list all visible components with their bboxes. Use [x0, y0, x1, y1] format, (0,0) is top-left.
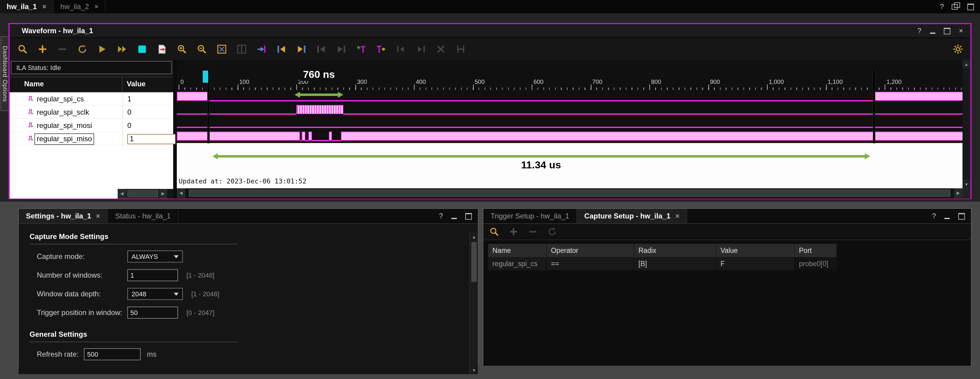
run-trigger-icon[interactable]	[95, 42, 109, 56]
capture-header-cell[interactable]: Operator	[547, 244, 634, 257]
signal-name[interactable]: regular_spi_miso	[34, 133, 94, 145]
scroll-thumb[interactable]	[127, 190, 158, 197]
scroll-thumb[interactable]	[471, 242, 477, 282]
go-to-end-icon[interactable]	[294, 42, 308, 56]
wave-lane[interactable]	[177, 130, 963, 143]
close-icon[interactable]: ×	[675, 212, 679, 220]
signal-value[interactable]	[123, 132, 176, 145]
float-window-icon[interactable]	[951, 4, 958, 10]
scroll-left-icon[interactable]: ◀	[118, 189, 126, 199]
window-data-depth-select[interactable]: 2048	[127, 288, 183, 300]
signal-value-editor[interactable]	[127, 134, 176, 144]
trigger-marker[interactable]	[203, 71, 208, 83]
stop-trigger-icon[interactable]	[135, 42, 148, 56]
zoom-in-icon[interactable]	[175, 42, 188, 56]
help-icon[interactable]: ?	[932, 212, 936, 220]
capture-table-row[interactable]: regular_spi_cs==[B]Fprobe0[0]	[488, 257, 971, 271]
signal-value[interactable]: 0	[123, 106, 173, 119]
name-column-header[interactable]: Name	[10, 77, 123, 92]
capture-header-cell[interactable]: Port	[795, 244, 837, 257]
scroll-down-icon[interactable]: ▼	[470, 366, 478, 374]
scroll-spacer	[10, 189, 118, 199]
waveform-canvas[interactable]: 01002003004005006007008009001,0001,1001,…	[177, 60, 963, 199]
trigger-position-input[interactable]	[127, 307, 178, 318]
add-probes-icon[interactable]	[36, 42, 49, 56]
refresh-rate-input[interactable]	[84, 348, 141, 360]
signal-name[interactable]: regular_spi_cs	[37, 92, 84, 106]
wave-segment	[332, 140, 341, 141]
close-icon[interactable]: ×	[959, 27, 963, 35]
capture-header-cell[interactable]: Radix	[634, 244, 716, 257]
tab-capture-setup[interactable]: Capture Setup - hw_ila_1 ×	[577, 209, 687, 223]
maximize-icon[interactable]	[944, 27, 950, 34]
settings-panel-tabs: Settings - hw_ila_1 × Status - hw_ila_1 …	[19, 209, 478, 224]
scroll-track[interactable]	[126, 189, 159, 199]
go-to-trigger-icon[interactable]	[255, 42, 268, 56]
run-trigger-fast-icon[interactable]	[115, 42, 129, 56]
canvas-vscrollbar: ▲ ▼	[963, 60, 970, 199]
number-of-windows-input[interactable]	[127, 269, 178, 281]
wave-lane[interactable]	[177, 103, 963, 116]
close-icon[interactable]: ×	[42, 2, 46, 11]
time-ruler[interactable]: 01002003004005006007008009001,0001,1001,…	[177, 60, 963, 90]
signal-row[interactable]: regular_spi_mosi 0	[10, 119, 173, 132]
signal-row[interactable]: regular_spi_sclk 0	[10, 106, 173, 119]
help-icon[interactable]: ?	[940, 2, 944, 11]
signal-row[interactable]: regular_spi_miso	[10, 132, 173, 145]
run-trigger-immediate-icon[interactable]	[75, 42, 89, 56]
wave-segment	[177, 113, 296, 115]
waveform-window-title[interactable]: Waveform - hw_ila_1 ? ×	[10, 24, 970, 38]
scroll-right-icon[interactable]: ▶	[159, 189, 167, 199]
scroll-up-icon[interactable]: ▲	[470, 232, 478, 241]
tab-settings[interactable]: Settings - hw_ila_1 ×	[19, 209, 108, 223]
capture-cell: regular_spi_cs	[488, 257, 547, 271]
tab-hw-ila-1[interactable]: hw_ila_1 ×	[0, 0, 54, 13]
minimize-icon[interactable]	[451, 218, 457, 219]
close-icon[interactable]: ×	[94, 2, 99, 11]
capture-mode-select[interactable]: ALWAYS	[127, 250, 183, 263]
scroll-right-icon[interactable]: ▶	[954, 188, 963, 198]
ruler-tick-label: 1,100	[827, 78, 843, 85]
maximize-icon[interactable]	[465, 213, 472, 220]
search-icon[interactable]	[488, 226, 500, 238]
maximize-icon[interactable]	[967, 3, 974, 10]
signal-table-header: Name Value	[10, 76, 173, 92]
scroll-track[interactable]	[185, 188, 954, 198]
tab-trigger-setup[interactable]: Trigger Setup - hw_ila_1	[484, 209, 577, 223]
signal-value[interactable]: 1	[123, 92, 173, 106]
trigger-marker-icon[interactable]	[374, 42, 387, 56]
next-transition-icon	[414, 42, 427, 56]
add-marker-icon[interactable]	[354, 42, 368, 56]
scroll-down-icon[interactable]: ▼	[963, 180, 970, 188]
scroll-left-icon[interactable]: ◀	[177, 188, 185, 198]
settings-panel: Settings - hw_ila_1 × Status - hw_ila_1 …	[18, 208, 479, 366]
scroll-up-icon[interactable]: ▲	[963, 60, 970, 68]
maximize-icon[interactable]	[958, 213, 965, 220]
settings-gear-icon[interactable]	[951, 42, 964, 56]
signal-row[interactable]: regular_spi_cs 1	[10, 92, 173, 106]
signal-name[interactable]: regular_spi_sclk	[37, 106, 89, 119]
minimize-icon[interactable]	[944, 218, 950, 219]
signal-name[interactable]: regular_spi_mosi	[37, 119, 92, 132]
go-to-start-icon[interactable]	[275, 42, 288, 56]
ruler-major-tick	[708, 84, 709, 90]
ruler-major-tick	[826, 84, 826, 90]
updated-timestamp: Updated at: 2023-Dec-06 13:01:52	[179, 177, 307, 185]
help-icon[interactable]: ?	[439, 212, 443, 220]
capture-header-cell[interactable]: Name	[488, 244, 547, 257]
search-icon[interactable]	[16, 42, 29, 56]
help-icon[interactable]: ?	[918, 27, 921, 35]
zoom-fit-icon[interactable]	[215, 42, 228, 56]
minimize-icon[interactable]	[930, 32, 935, 33]
export-ila-data-icon[interactable]	[155, 42, 169, 56]
tab-hw-ila-2[interactable]: hw_ila_2 ×	[54, 0, 106, 13]
scroll-thumb[interactable]	[189, 190, 950, 197]
close-icon[interactable]: ×	[96, 212, 100, 220]
wave-lane[interactable]	[177, 116, 963, 130]
tab-status[interactable]: Status - hw_ila_1	[108, 209, 179, 223]
value-column-header[interactable]: Value	[123, 77, 173, 92]
zoom-out-icon[interactable]	[195, 42, 208, 56]
capture-header-cell[interactable]: Value	[716, 244, 795, 257]
marker-cursor[interactable]	[873, 69, 875, 143]
signal-value[interactable]: 0	[123, 119, 173, 132]
